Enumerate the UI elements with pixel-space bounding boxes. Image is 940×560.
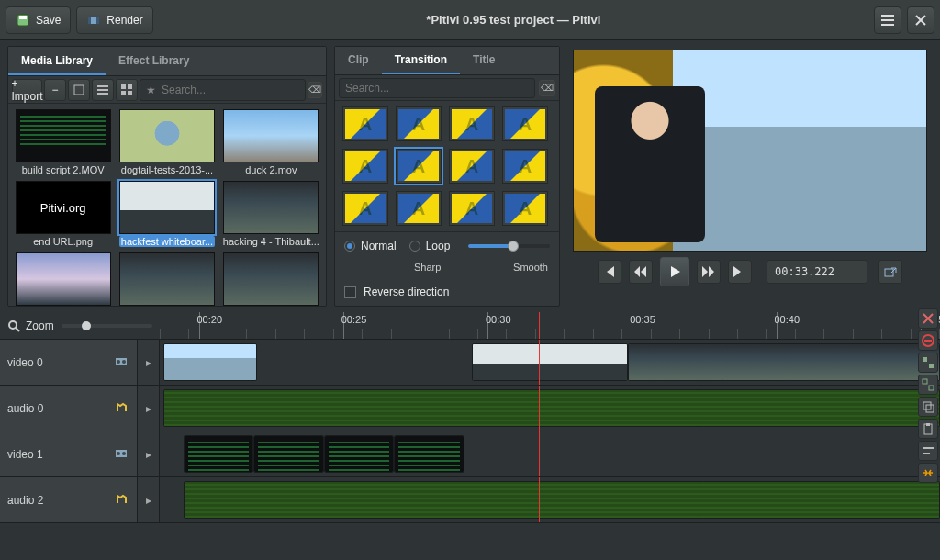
transition-item[interactable]	[396, 106, 442, 141]
tab-title[interactable]: Title	[460, 47, 508, 74]
transition-item[interactable]	[342, 149, 388, 184]
media-item[interactable]: MVI_0117.MOV	[220, 251, 322, 306]
titlebar: Save Render *Pitivi 0.95 test project — …	[0, 0, 940, 40]
media-item[interactable]: MVI_0001.MOV	[12, 251, 114, 306]
media-thumb	[119, 181, 215, 234]
tab-clip[interactable]: Clip	[335, 47, 382, 74]
transition-sharpness-slider[interactable]	[468, 244, 550, 248]
media-item[interactable]: duck 2.mov	[220, 107, 322, 177]
transition-icon	[505, 109, 545, 139]
track-body[interactable]	[160, 431, 940, 476]
checkbox[interactable]	[344, 286, 356, 298]
video-clip[interactable]	[394, 435, 464, 473]
transition-item[interactable]	[449, 191, 495, 226]
clear-search-button[interactable]: ⌫	[308, 82, 322, 98]
transition-item[interactable]	[396, 149, 442, 184]
timecode[interactable]: 00:33.222	[767, 260, 867, 284]
align-tool[interactable]	[918, 441, 938, 461]
video-clip[interactable]	[163, 343, 257, 381]
forward-button[interactable]	[697, 260, 721, 284]
video-clip[interactable]	[722, 343, 940, 381]
group-tool[interactable]	[918, 353, 938, 373]
transition-item[interactable]	[342, 191, 388, 226]
view-grid-button[interactable]	[116, 79, 138, 101]
svg-rect-33	[923, 447, 934, 449]
video-clip[interactable]	[184, 435, 254, 473]
reverse-direction-row[interactable]: Reverse direction	[344, 282, 550, 298]
media-item[interactable]: hacking 4 - Thibault...	[220, 179, 322, 249]
detach-icon	[884, 266, 897, 277]
svg-rect-25	[923, 357, 927, 362]
video-clip[interactable]	[253, 435, 324, 473]
track: audio 2▸	[0, 477, 940, 523]
save-icon	[16, 13, 30, 28]
ungroup-tool[interactable]	[918, 375, 938, 395]
render-button[interactable]: Render	[76, 6, 152, 34]
transition-item[interactable]	[449, 149, 495, 184]
tab-transition[interactable]: Transition	[382, 47, 460, 74]
video-clip[interactable]	[324, 435, 395, 473]
audio-clip[interactable]	[163, 389, 940, 427]
hamburger-icon	[881, 15, 894, 26]
radio-normal[interactable]: Normal	[344, 240, 397, 252]
transition-icon	[398, 194, 439, 223]
track-expand[interactable]: ▸	[138, 340, 160, 385]
media-item[interactable]: hackfest whiteboar...	[116, 179, 218, 249]
transition-item[interactable]	[449, 106, 495, 141]
detach-viewer-button[interactable]	[878, 260, 902, 284]
paste-tool[interactable]	[918, 419, 938, 439]
goto-start-button[interactable]	[598, 260, 621, 284]
import-button[interactable]: + Import	[12, 79, 42, 101]
track-body[interactable]	[160, 340, 940, 385]
tab-effect-library[interactable]: Effect Library	[106, 47, 202, 75]
svg-rect-14	[121, 91, 126, 95]
render-icon	[86, 13, 101, 28]
save-button[interactable]: Save	[6, 6, 71, 34]
media-item[interactable]: MVI_0048.MOV	[116, 251, 218, 306]
svg-rect-34	[923, 453, 930, 454]
video-clip[interactable]	[472, 343, 628, 381]
media-search-input[interactable]	[162, 84, 299, 96]
menu-button[interactable]	[874, 6, 901, 34]
media-item[interactable]: dogtail-tests-2013-...	[116, 107, 218, 177]
tab-media-library[interactable]: Media Library	[8, 47, 106, 75]
transition-item[interactable]	[502, 191, 548, 226]
track-header[interactable]: audio 2	[0, 477, 138, 522]
track-header[interactable]: audio 0	[0, 386, 138, 431]
transition-search-input[interactable]	[339, 78, 535, 98]
copy-tool[interactable]	[918, 397, 938, 417]
media-search[interactable]: ★	[140, 79, 306, 101]
preview-viewer[interactable]	[573, 50, 927, 252]
delete-tool[interactable]	[918, 330, 938, 351]
track-header[interactable]: video 0	[0, 340, 138, 385]
tracks-area[interactable]: video 0▸audio 0▸video 1▸audio 2▸	[0, 340, 940, 560]
goto-end-button[interactable]	[728, 260, 752, 284]
track-expand[interactable]: ▸	[138, 431, 160, 476]
gapless-tool[interactable]	[918, 463, 938, 483]
track-body[interactable]	[160, 386, 940, 431]
transition-item[interactable]	[502, 106, 548, 141]
clip-properties-button[interactable]	[68, 79, 90, 101]
transition-item[interactable]	[502, 149, 548, 184]
time-ruler[interactable]: 00:2000:2500:3000:3500:4000:45	[160, 312, 940, 339]
track-expand[interactable]: ▸	[138, 386, 160, 431]
media-item[interactable]: build script 2.MOV	[12, 107, 114, 177]
close-window-button[interactable]	[907, 6, 934, 34]
transition-icon	[452, 109, 492, 139]
track-header[interactable]: video 1	[0, 431, 138, 476]
track-body[interactable]	[160, 477, 940, 522]
media-item[interactable]: Pitivi.orgend URL.png	[12, 179, 114, 249]
remove-clip-button[interactable]: −	[44, 79, 66, 101]
playhead[interactable]	[539, 312, 540, 339]
track-expand[interactable]: ▸	[138, 477, 160, 522]
zoom-slider[interactable]	[62, 324, 152, 328]
view-list-button[interactable]	[92, 79, 114, 101]
audio-clip[interactable]	[184, 481, 941, 519]
radio-loop[interactable]: Loop	[409, 240, 451, 252]
transition-item[interactable]	[342, 106, 388, 141]
split-tool[interactable]	[918, 308, 938, 329]
play-button[interactable]	[660, 257, 689, 286]
transition-item[interactable]	[396, 191, 442, 226]
transition-clear-button[interactable]: ⌫	[539, 80, 555, 96]
rewind-button[interactable]	[629, 260, 653, 284]
